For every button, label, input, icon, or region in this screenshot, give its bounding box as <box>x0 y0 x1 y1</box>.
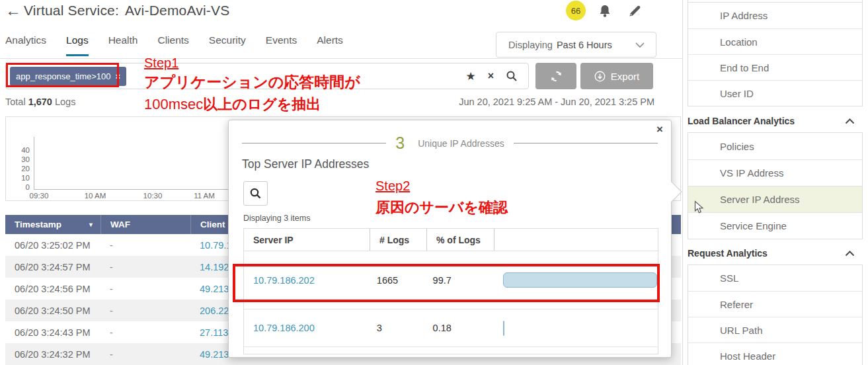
partial-row <box>244 347 658 354</box>
tab-events[interactable]: Events <box>266 34 297 56</box>
total-suffix: Logs <box>55 97 75 107</box>
page-title-value: Avi-DemoAvi-VS <box>125 3 229 18</box>
search-actions: ★ × <box>465 69 528 83</box>
mouse-cursor-icon <box>694 200 705 214</box>
annotation-step1: Step1 アプリケーションの応答時間が 100msec以上のログを抽出 <box>144 56 360 114</box>
y-tick: 20 <box>6 165 30 173</box>
unique-ip-header: 3 Unique IP Addresses <box>242 134 658 153</box>
sidebar-item-ip-address[interactable]: IP Address <box>688 3 862 28</box>
time-range-value: Past 6 Hours <box>557 40 612 50</box>
sidebar-item-url-path[interactable]: URL Path <box>688 317 862 343</box>
divider-line <box>242 143 386 143</box>
displaying-items-label: Displaying 3 items <box>243 214 310 223</box>
sidebar-header-request-analytics[interactable]: Request Analytics <box>688 243 863 264</box>
chevron-down-icon <box>635 42 645 48</box>
sidebar-group-client-analytics: IP Address Location End to End User ID <box>688 2 863 106</box>
chevron-up-icon <box>845 118 855 124</box>
sidebar-item-location[interactable]: Location <box>688 28 862 54</box>
content-sidebar-divider <box>682 0 683 365</box>
log-share-bar-track <box>503 321 658 336</box>
log-share-bar <box>503 321 504 336</box>
total-label: Total <box>5 97 26 107</box>
refresh-icon <box>550 70 563 83</box>
column-header-waf[interactable]: WAF <box>100 215 190 234</box>
time-range-prefix: Displaying <box>508 40 553 50</box>
export-button-label: Export <box>611 71 639 82</box>
refresh-button[interactable] <box>535 63 576 89</box>
tab-clients[interactable]: Clients <box>157 34 188 56</box>
total-value: 1,670 <box>28 97 52 107</box>
sidebar-item-host-header[interactable]: Host Header <box>688 343 862 365</box>
sidebar-item-policies[interactable]: Policies <box>688 133 862 159</box>
chevron-up-icon <box>845 251 855 257</box>
search-icon <box>249 187 262 200</box>
annotation-step2-title: Step2 <box>375 179 508 194</box>
annotation-box-filter-chip <box>6 63 119 87</box>
alert-count-badge[interactable]: 66 <box>566 1 586 20</box>
save-search-star-icon[interactable]: ★ <box>465 69 475 83</box>
column-header-pct-logs[interactable]: % of Logs <box>426 229 494 251</box>
annotation-step2-text: 原因のサーバを確認 <box>375 198 508 218</box>
page-title-label: Virtual Service: <box>24 3 119 18</box>
sidebar-item-user-id[interactable]: User ID <box>688 80 862 106</box>
tab-alerts[interactable]: Alerts <box>317 34 343 56</box>
download-icon <box>594 71 606 82</box>
sidebar-group-load-balancer-analytics: Policies VS IP Address Server IP Address… <box>688 132 863 239</box>
export-button[interactable]: Export <box>580 63 653 89</box>
x-tick: 10:30 <box>138 192 167 200</box>
annotation-step1-line2: 100msec以上のログを抽出 <box>144 95 360 114</box>
y-tick: 40 <box>6 146 30 154</box>
divider-line <box>514 143 658 143</box>
clear-search-icon[interactable]: × <box>488 70 494 82</box>
server-ip-row[interactable]: 10.79.186.200 3 0.18 <box>244 309 658 347</box>
tab-health[interactable]: Health <box>108 34 138 56</box>
x-tick: 09:30 <box>24 192 54 200</box>
annotation-step1-title: Step1 <box>144 56 360 71</box>
annotation-step1-line1: アプリケーションの応答時間が <box>144 72 360 93</box>
page-title: Virtual Service:Avi-DemoAvi-VS <box>24 3 229 19</box>
sidebar-item-vs-ip-address[interactable]: VS IP Address <box>688 159 862 186</box>
sidebar-item-ssl[interactable]: SSL <box>688 265 862 291</box>
unique-ip-label: Unique IP Addresses <box>418 138 504 149</box>
modal-search-button[interactable] <box>243 181 268 206</box>
x-tick: 11 AM <box>190 192 219 200</box>
top-server-ip-modal: × 3 Unique IP Addresses Top Server IP Ad… <box>228 120 672 358</box>
annotation-step2: Step2 原因のサーバを確認 <box>375 179 508 218</box>
sidebar-item-service-engine[interactable]: Service Engine <box>688 212 862 239</box>
back-icon[interactable]: ← <box>5 1 21 20</box>
column-header-num-logs[interactable]: # Logs <box>370 229 426 251</box>
notifications-bell-button[interactable] <box>596 2 614 20</box>
tab-analytics[interactable]: Analytics <box>5 34 46 56</box>
x-tick: 10 AM <box>81 192 110 200</box>
time-range-dropdown[interactable]: Displaying Past 6 Hours <box>496 32 656 58</box>
bell-icon <box>597 3 613 19</box>
sidebar-item-server-ip-address[interactable]: Server IP Address <box>688 186 862 212</box>
analytics-tab-bar: Analytics Logs Health Clients Security E… <box>5 34 343 56</box>
column-header-bar <box>494 229 658 251</box>
search-icon[interactable] <box>506 70 518 82</box>
virtual-service-logs-page: ← Virtual Service:Avi-DemoAvi-VS 66 Anal… <box>0 0 868 365</box>
total-logs-summary: Total1,670Logs <box>5 97 75 107</box>
sidebar-item-referer[interactable]: Referer <box>688 291 862 317</box>
y-tick: 30 <box>6 155 30 163</box>
annotation-box-server-row <box>233 264 660 302</box>
tab-logs[interactable]: Logs <box>66 34 89 56</box>
unique-ip-count: 3 <box>395 134 405 153</box>
column-header-server-ip[interactable]: Server IP <box>244 229 370 251</box>
column-header-timestamp[interactable]: Timestamp ▼ <box>5 215 100 234</box>
y-tick: 10 <box>6 174 30 182</box>
modal-title: Top Server IP Addresses <box>242 157 369 171</box>
sidebar-item-end-to-end[interactable]: End to End <box>688 54 862 80</box>
y-tick: 0 <box>6 183 30 191</box>
pencil-icon <box>627 3 643 19</box>
sidebar-group-request-analytics: SSL Referer URL Path Host Header <box>688 264 863 365</box>
server-ip-table-header: Server IP # Logs % of Logs <box>244 229 658 251</box>
date-range-label: Jun 20, 2021 9:25 AM - Jun 20, 2021 3:25… <box>370 97 654 107</box>
edit-button[interactable] <box>625 2 644 20</box>
sort-desc-icon[interactable]: ▼ <box>88 222 94 228</box>
sidebar-header-load-balancer-analytics[interactable]: Load Balancer Analytics <box>688 110 863 132</box>
tab-security[interactable]: Security <box>209 34 246 56</box>
server-ip-link[interactable]: 10.79.186.200 <box>244 323 368 333</box>
